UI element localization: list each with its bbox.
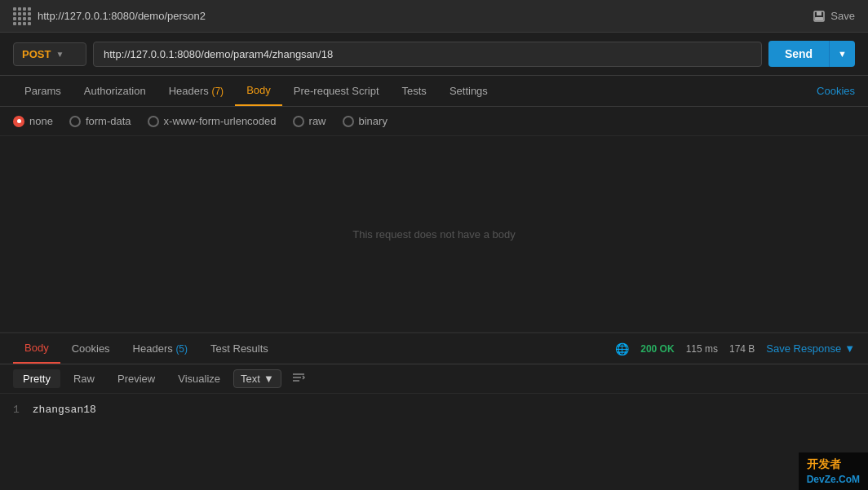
radio-none-circle xyxy=(13,116,24,127)
chevron-down-icon: ▼ xyxy=(55,50,64,59)
chevron-down-icon: ▼ xyxy=(264,373,274,385)
response-tabs-bar: Body Cookies Headers (5) Test Results 🌐 … xyxy=(0,333,868,364)
response-content: 1 zhangsan18 xyxy=(0,394,868,426)
body-options: none form-data x-www-form-urlencoded raw… xyxy=(0,107,868,136)
response-tab-test-results[interactable]: Test Results xyxy=(199,334,280,363)
radio-form-data[interactable]: form-data xyxy=(69,115,131,127)
chevron-down-icon: ▼ xyxy=(844,342,855,355)
radio-urlencoded[interactable]: x-www-form-urlencoded xyxy=(148,115,277,127)
tab-tests[interactable]: Tests xyxy=(391,77,438,105)
radio-none[interactable]: none xyxy=(13,115,53,127)
globe-icon: 🌐 xyxy=(615,342,629,355)
watermark-zh: 开发者 xyxy=(807,457,841,470)
svg-rect-1 xyxy=(817,11,822,15)
method-label: POST xyxy=(22,48,51,60)
tab-params[interactable]: Params xyxy=(13,77,73,105)
method-select[interactable]: POST ▼ xyxy=(13,42,86,66)
response-tab-headers[interactable]: Headers (5) xyxy=(122,334,199,363)
svg-rect-2 xyxy=(815,17,823,20)
title-bar: http://127.0.0.1:8080/demo/person2 Save xyxy=(0,0,868,33)
format-tabs-bar: Pretty Raw Preview Visualize Text ▼ xyxy=(0,364,868,394)
tab-body[interactable]: Body xyxy=(235,76,282,106)
format-tab-raw[interactable]: Raw xyxy=(64,369,104,388)
wrap-icon[interactable] xyxy=(291,370,306,388)
save-button[interactable]: Save xyxy=(813,10,855,23)
radio-binary[interactable]: binary xyxy=(343,115,388,127)
status-ok: 200 OK xyxy=(640,343,674,355)
response-headers-badge: (5) xyxy=(175,343,188,355)
empty-message: This request does not have a body xyxy=(352,228,515,241)
format-select[interactable]: Text ▼ xyxy=(233,369,281,388)
response-value: zhangsan18 xyxy=(33,404,96,416)
response-tab-body[interactable]: Body xyxy=(13,333,60,364)
save-icon xyxy=(813,10,826,23)
status-info: 🌐 200 OK 115 ms 174 B Save Response ▼ xyxy=(615,342,855,355)
format-select-label: Text xyxy=(241,373,260,385)
send-button[interactable]: Send xyxy=(768,41,829,67)
radio-form-data-circle xyxy=(69,116,81,127)
format-tab-pretty[interactable]: Pretty xyxy=(13,369,60,388)
radio-binary-circle xyxy=(343,116,354,127)
response-tab-cookies[interactable]: Cookies xyxy=(60,334,122,363)
save-label: Save xyxy=(830,10,855,22)
status-time: 115 ms xyxy=(686,343,718,355)
line-number: 1 xyxy=(13,404,20,416)
tab-headers[interactable]: Headers (7) xyxy=(157,77,235,105)
request-tabs-bar: Params Authorization Headers (7) Body Pr… xyxy=(0,76,868,107)
url-input[interactable] xyxy=(93,42,762,67)
send-dropdown-button[interactable]: ▼ xyxy=(829,41,855,67)
save-response-button[interactable]: Save Response ▼ xyxy=(766,342,855,355)
title-url: http://127.0.0.1:8080/demo/person2 xyxy=(38,10,206,22)
send-group: Send ▼ xyxy=(768,41,855,67)
status-size: 174 B xyxy=(729,343,755,355)
tab-pre-request[interactable]: Pre-request Script xyxy=(282,77,391,105)
radio-raw[interactable]: raw xyxy=(293,115,326,127)
format-tab-preview[interactable]: Preview xyxy=(108,369,165,388)
cookies-link[interactable]: Cookies xyxy=(817,85,855,97)
radio-urlencoded-circle xyxy=(148,116,159,127)
app-icon xyxy=(13,7,31,25)
radio-raw-circle xyxy=(293,116,304,127)
body-empty: This request does not have a body xyxy=(0,136,868,332)
tab-settings[interactable]: Settings xyxy=(438,77,499,105)
url-bar: POST ▼ Send ▼ xyxy=(0,33,868,76)
tab-authorization[interactable]: Authorization xyxy=(73,77,157,105)
headers-badge: (7) xyxy=(211,86,224,97)
watermark-en: DevZe.CoM xyxy=(807,474,860,485)
title-bar-left: http://127.0.0.1:8080/demo/person2 xyxy=(13,7,206,25)
format-tab-visualize[interactable]: Visualize xyxy=(168,369,230,388)
watermark: 开发者 DevZe.CoM xyxy=(799,452,868,490)
